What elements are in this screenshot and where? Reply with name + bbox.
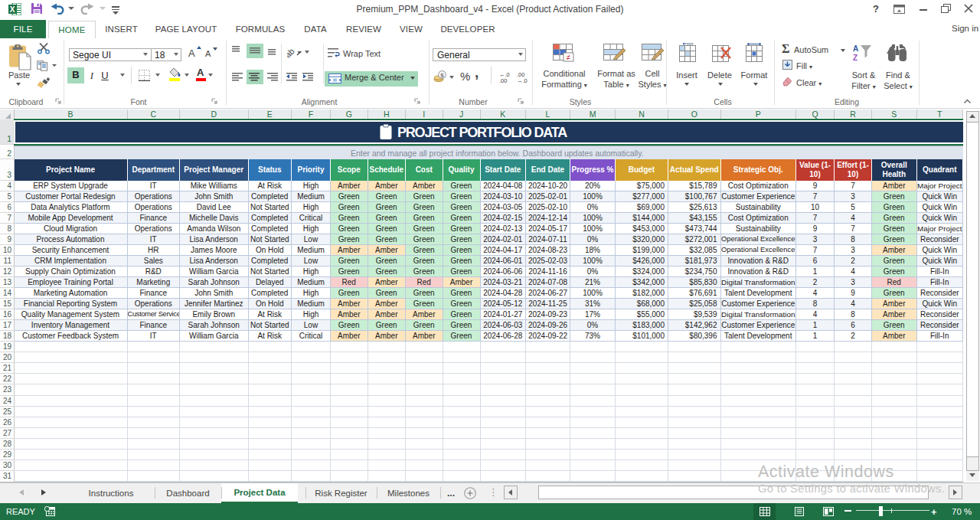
- svg-text:.00: .00: [499, 77, 507, 83]
- svg-text:ab: ab: [287, 47, 296, 57]
- svg-text:≠: ≠: [567, 54, 570, 61]
- svg-text:Z: Z: [853, 54, 858, 62]
- svg-text:A: A: [853, 44, 858, 53]
- svg-text:$: $: [440, 72, 444, 79]
- svg-text:→.0: →.0: [517, 77, 528, 83]
